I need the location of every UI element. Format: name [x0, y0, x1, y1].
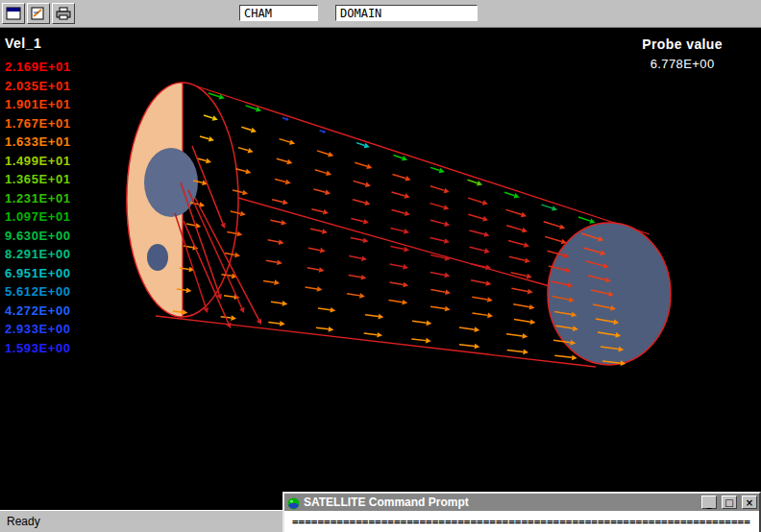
legend-item: 5.612E+00 — [5, 282, 71, 302]
legend-item: 1.097E+01 — [5, 207, 71, 227]
legend-items: 2.169E+012.035E+011.901E+011.767E+011.63… — [5, 58, 71, 357]
printer-icon — [54, 7, 73, 20]
inlet-cut-face — [127, 83, 238, 317]
legend-item: 6.951E+00 — [5, 264, 71, 283]
window-tool-button[interactable] — [2, 3, 25, 24]
viewport: Vel_1 2.169E+012.035E+011.901E+011.767E+… — [0, 27, 761, 510]
legend-item: 2.933E+00 — [5, 320, 71, 339]
draw-tool-button[interactable] — [27, 3, 50, 24]
legend-item: 1.593E+00 — [5, 339, 71, 358]
cham-field[interactable] — [239, 5, 318, 21]
legend-item: 9.630E+00 — [5, 227, 71, 246]
status-text: Ready — [7, 515, 40, 528]
print-tool-button[interactable] — [52, 3, 75, 24]
command-prompt-titlebar[interactable]: SATELLITE Command Prompt _ □ × — [284, 494, 759, 511]
velocity-legend: Vel_1 2.169E+012.035E+011.901E+011.767E+… — [5, 36, 71, 357]
probe-label: Probe value — [642, 36, 723, 52]
legend-item: 1.767E+01 — [5, 114, 71, 133]
toolbar — [0, 0, 761, 28]
legend-item: 1.365E+01 — [5, 170, 71, 189]
minimize-button[interactable]: _ — [701, 496, 717, 509]
command-prompt-content[interactable]: ========================================… — [284, 511, 759, 532]
draw-page-icon — [29, 7, 48, 20]
domain-field[interactable] — [335, 5, 478, 21]
legend-item: 2.035E+01 — [5, 77, 71, 96]
legend-item: 8.291E+00 — [5, 245, 71, 264]
command-prompt-title: SATELLITE Command Prompt — [304, 496, 697, 509]
legend-title: Vel_1 — [5, 36, 71, 51]
legend-item: 1.499E+01 — [5, 152, 71, 171]
legend-item: 2.169E+01 — [5, 58, 71, 77]
legend-item: 1.901E+01 — [5, 95, 71, 114]
close-button[interactable]: × — [742, 496, 757, 509]
satellite-app-icon — [287, 496, 300, 509]
maximize-button[interactable]: □ — [722, 496, 737, 509]
legend-item: 4.272E+00 — [5, 302, 71, 321]
command-prompt-window: SATELLITE Command Prompt _ □ × =========… — [282, 492, 761, 532]
legend-item: 1.633E+01 — [5, 133, 71, 152]
window-icon — [4, 7, 23, 20]
command-output-line: ========================================… — [292, 516, 750, 528]
probe-readout: Probe value 6.778E+00 — [642, 36, 723, 71]
probe-value: 6.778E+00 — [642, 57, 723, 71]
cfd-vector-scene[interactable] — [0, 27, 761, 510]
phoenics-app-window: Vel_1 2.169E+012.035E+011.901E+011.767E+… — [0, 0, 761, 532]
legend-item: 1.231E+01 — [5, 189, 71, 208]
